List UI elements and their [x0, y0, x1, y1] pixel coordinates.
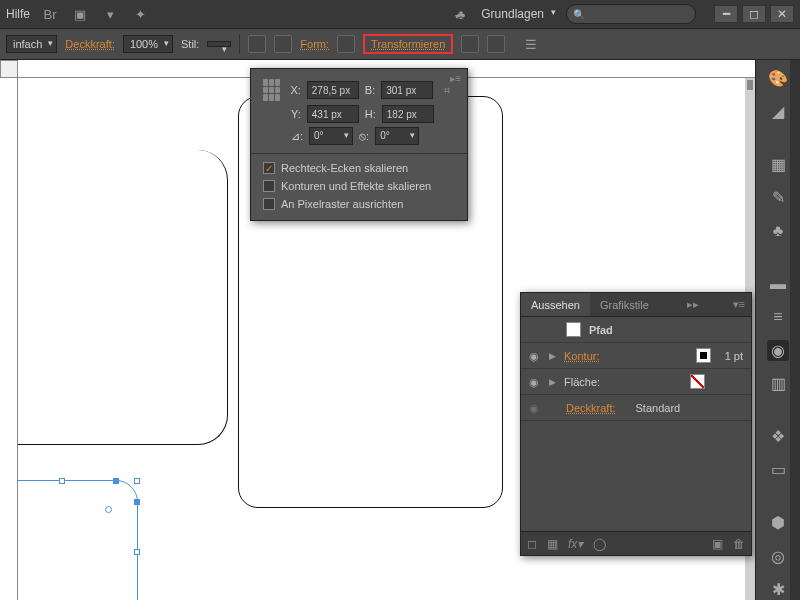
thumbnail-icon [566, 322, 581, 337]
bridge-icon[interactable]: Br [40, 4, 60, 24]
stroke-preset-dropdown[interactable]: infach [6, 35, 57, 53]
opacity-label[interactable]: Deckkraft: [65, 38, 115, 50]
shear-input[interactable]: 0° [375, 127, 419, 145]
grid-icon[interactable]: ▦ [547, 537, 558, 551]
x-label: X: [290, 84, 300, 96]
dock-collapse-bar[interactable] [790, 60, 800, 600]
control-bar: infach Deckkraft: 100% Stil: Form: Trans… [0, 28, 800, 60]
h-label: H: [365, 108, 376, 120]
checkbox-icon [263, 180, 275, 192]
gpu-icon[interactable]: ✦ [130, 4, 150, 24]
dropdown-icon[interactable]: ▾ [100, 4, 120, 24]
appearance-path-row[interactable]: Pfad [521, 317, 751, 343]
scale-strokes-checkbox[interactable]: Konturen und Effekte skalieren [263, 180, 455, 192]
expand-icon[interactable]: ▶ [549, 377, 556, 387]
appearance-icon[interactable]: ◉ [767, 340, 789, 361]
rotate-icon: ⊿: [291, 130, 303, 143]
libraries-icon[interactable]: ⬢ [767, 512, 789, 533]
visibility-icon[interactable]: ◉ [529, 350, 541, 362]
effects-icon[interactable]: ◎ [767, 546, 789, 567]
expand-icon[interactable]: ▶ [549, 351, 556, 361]
appearance-stroke-row[interactable]: ◉ ▶ Kontur: 1 pt [521, 343, 751, 369]
selection-handle[interactable] [59, 478, 65, 484]
globe-icon[interactable] [248, 35, 266, 53]
transform-button[interactable]: Transformieren [363, 34, 453, 54]
duplicate-icon[interactable]: ▣ [712, 537, 723, 551]
layers-icon[interactable]: ❖ [767, 426, 789, 447]
align-pixel-icon[interactable] [274, 35, 292, 53]
rectangle-shape[interactable] [0, 150, 228, 445]
fx-icon[interactable]: fx▾ [568, 537, 583, 551]
panel-footer: ◻ ▦ fx▾ ◯ ▣ 🗑 [521, 531, 751, 555]
menubar: Hilfe Br ▣ ▾ ✦ ♣ Grundlagen 🔍 ━ ◻ ✕ [0, 0, 800, 28]
y-label: Y: [291, 108, 301, 120]
panel-menu-icon[interactable]: ☰ [521, 34, 541, 54]
align-pixel-checkbox[interactable]: An Pixelraster ausrichten [263, 198, 455, 210]
color-panel-icon[interactable]: 🎨 [767, 68, 789, 89]
stroke-icon[interactable]: ≡ [767, 307, 789, 328]
shape-icon[interactable] [337, 35, 355, 53]
search-input[interactable]: 🔍 [566, 4, 696, 24]
transform-panel: X: B: ⌗ Y: H: ⊿: 0° ⦸: 0° ✓ Rechteck-Eck… [250, 68, 468, 221]
collapse-icon[interactable]: ▸▸ [681, 298, 705, 311]
shear-icon: ⦸: [359, 130, 369, 143]
maximize-button[interactable]: ◻ [742, 5, 766, 23]
visibility-icon[interactable]: ◉ [529, 402, 541, 414]
tab-graphic-styles[interactable]: Grafikstile [590, 293, 659, 316]
reference-point-grid[interactable] [263, 79, 280, 101]
style-label: Stil: [181, 38, 199, 50]
search-icon: 🔍 [573, 9, 585, 20]
artboards-icon[interactable]: ▭ [767, 459, 789, 480]
panel-menu-icon[interactable]: ▾≡ [727, 298, 751, 311]
extra-icon[interactable] [487, 35, 505, 53]
visibility-icon[interactable]: ◉ [529, 376, 541, 388]
ruler-vertical[interactable] [0, 60, 18, 600]
tab-appearance[interactable]: Aussehen [521, 293, 590, 316]
info-icon[interactable]: ✱ [767, 579, 789, 600]
anchor-point[interactable] [113, 478, 119, 484]
h-input[interactable] [382, 105, 434, 123]
w-input[interactable] [381, 81, 433, 99]
appearance-panel: Aussehen Grafikstile ▸▸ ▾≡ Pfad ◉ ▶ Kont… [520, 292, 752, 556]
help-menu[interactable]: Hilfe [6, 7, 30, 21]
appearance-opacity-row[interactable]: ◉ Deckkraft: Standard [521, 395, 751, 421]
window-controls: ━ ◻ ✕ [714, 5, 794, 23]
right-panel-dock: 🎨 ◢ ▦ ✎ ♣ ▬ ≡ ◉ ▥ ❖ ▭ ⬢ ◎ ✱ [755, 60, 800, 600]
panel-menu-icon[interactable]: ▸≡ [450, 73, 461, 84]
corner-widget[interactable] [105, 506, 112, 513]
selection-handle[interactable] [134, 549, 140, 555]
notification-icon[interactable]: ♣ [455, 7, 466, 22]
brushes-icon[interactable]: ✎ [767, 187, 789, 208]
fill-swatch[interactable] [690, 374, 705, 389]
clear-icon[interactable]: ◯ [593, 537, 606, 551]
style-dropdown[interactable] [207, 41, 231, 47]
trash-icon[interactable]: 🗑 [733, 537, 745, 551]
selection-handle[interactable] [134, 478, 140, 484]
symbols-icon[interactable]: ♣ [767, 221, 789, 242]
w-label: B: [365, 84, 375, 96]
checkbox-icon: ✓ [263, 162, 275, 174]
color-guide-icon[interactable]: ◢ [767, 101, 789, 122]
x-input[interactable] [307, 81, 359, 99]
checkbox-icon [263, 198, 275, 210]
anchor-point[interactable] [134, 499, 140, 505]
arrange-icon[interactable]: ▣ [70, 4, 90, 24]
rotate-input[interactable]: 0° [309, 127, 353, 145]
new-art-icon[interactable]: ◻ [527, 537, 537, 551]
opacity-input[interactable]: 100% [123, 35, 173, 53]
isolate-icon[interactable] [461, 35, 479, 53]
y-input[interactable] [307, 105, 359, 123]
swatches-icon[interactable]: ▦ [767, 154, 789, 175]
ruler-origin[interactable] [0, 60, 18, 78]
gradient-icon[interactable]: ▬ [767, 274, 789, 295]
stroke-swatch[interactable] [696, 348, 711, 363]
scale-corners-checkbox[interactable]: ✓ Rechteck-Ecken skalieren [263, 162, 455, 174]
close-button[interactable]: ✕ [770, 5, 794, 23]
selected-rectangle[interactable] [0, 480, 138, 600]
appearance-fill-row[interactable]: ◉ ▶ Fläche: [521, 369, 751, 395]
shape-label[interactable]: Form: [300, 38, 329, 50]
transparency-icon[interactable]: ▥ [767, 373, 789, 394]
minimize-button[interactable]: ━ [714, 5, 738, 23]
workspace-switcher[interactable]: Grundlagen [475, 5, 556, 23]
